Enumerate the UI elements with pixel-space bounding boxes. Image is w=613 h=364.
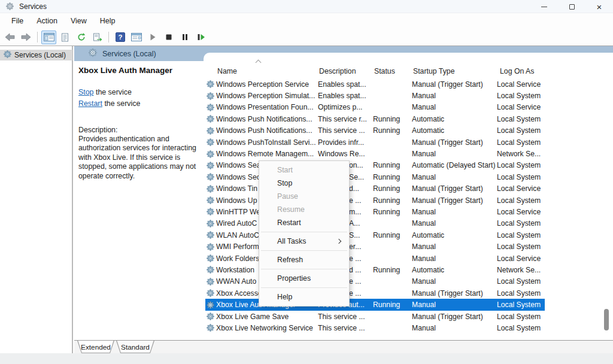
service-gear-icon (207, 278, 214, 286)
console-tree-pane: Services (Local) (0, 46, 73, 353)
stop-service-button[interactable] (161, 31, 176, 44)
menu-item-stop[interactable]: Stop (259, 177, 349, 190)
description-label: Description: (78, 126, 117, 134)
service-name: Windows Push Notifications... (216, 126, 318, 135)
table-row[interactable]: Windows Up e ... Running Manual (Trigger… (205, 195, 545, 206)
stop-service-link[interactable]: Stop (78, 88, 94, 96)
menu-action[interactable]: Action (30, 15, 64, 27)
table-row[interactable]: Windows Sec Se... Running Manual Local S… (205, 171, 545, 183)
column-header-description[interactable]: Description (319, 67, 356, 75)
table-row[interactable]: Windows Sea on... Running Automatic (Del… (205, 160, 545, 171)
tab-standard[interactable]: Standard (116, 341, 154, 353)
service-log-on-as: Local System (497, 231, 545, 239)
service-icon-slot (205, 266, 216, 274)
table-row[interactable]: WinHTTP We m... Running Manual Local Ser… (205, 206, 545, 217)
table-row[interactable]: Windows PushToInstall Servi... Provides … (205, 136, 545, 148)
service-description-text: Provides authentication and authorizatio… (78, 135, 207, 181)
menu-item-properties[interactable]: Properties (259, 272, 349, 285)
service-name: Windows Perception Service (216, 80, 318, 89)
window-maximize-button[interactable] (558, 0, 585, 13)
table-row[interactable]: Windows Presentation Foun... Optimizes p… (205, 102, 545, 113)
refresh-button[interactable] (74, 31, 89, 44)
menu-file[interactable]: File (5, 15, 30, 27)
window-close-button[interactable]: × (585, 0, 613, 13)
table-row[interactable]: Xbox Accesso e ... Manual (Trigger Start… (205, 287, 545, 299)
window-minimize-button[interactable] (530, 0, 558, 13)
service-name: Windows Remote Managem... (216, 150, 318, 158)
service-description: Enables spat... (318, 92, 373, 100)
menu-item-label: Help (277, 293, 292, 301)
extended-view-button[interactable] (129, 31, 144, 44)
menu-item-label: Start (277, 166, 293, 174)
services-gear-icon (4, 50, 11, 60)
table-row[interactable]: Windows Push Notifications... This servi… (205, 125, 545, 136)
export-list-button[interactable] (90, 31, 105, 44)
table-row[interactable]: Workstation d ... Running Automatic Netw… (205, 264, 545, 275)
restart-service-link[interactable]: Restart (78, 99, 102, 108)
service-name: Windows Perception Simulat... (216, 92, 318, 100)
service-startup-type: Automatic (412, 231, 497, 239)
service-startup-type: Manual (412, 254, 497, 263)
service-status: Running (373, 184, 412, 193)
table-row[interactable]: WWAN Auto e ... Manual Local System (205, 276, 545, 287)
table-row[interactable]: Xbox Live Auth Manager Provides aut... R… (205, 299, 545, 310)
close-icon: × (597, 2, 602, 11)
column-header-startup-type[interactable]: Startup Type (413, 67, 455, 75)
view-tab-strip: Extended Standard (74, 340, 613, 353)
service-gear-icon (207, 324, 214, 332)
service-startup-type: Manual (412, 103, 497, 111)
service-log-on-as: Local Service (497, 254, 545, 263)
table-row[interactable]: WLAN AutoC S... Running Automatic Local … (205, 229, 545, 241)
service-gear-icon (207, 115, 214, 123)
service-icon-slot (205, 80, 216, 88)
column-header-name[interactable]: Name (217, 67, 237, 75)
forward-button[interactable] (19, 31, 34, 44)
service-gear-icon (207, 150, 214, 158)
service-description: Optimizes p... (318, 103, 373, 111)
table-row[interactable]: Windows Remote Managem... Windows Re... … (205, 148, 545, 159)
service-log-on-as: Local Service (497, 103, 545, 111)
table-row[interactable]: Wired AutoC A... Manual Local System (205, 218, 545, 229)
table-row[interactable]: Windows Perception Service Enables spat.… (205, 78, 545, 90)
refresh-icon (77, 32, 86, 42)
back-button[interactable] (2, 31, 17, 44)
table-row[interactable]: WMI Perform er... Manual Local System (205, 241, 545, 252)
back-icon (5, 33, 15, 41)
properties-sheet-button[interactable] (57, 31, 72, 44)
minimize-icon (541, 7, 547, 7)
table-row[interactable]: Windows Push Notifications... This servi… (205, 113, 545, 125)
tree-item-services-local[interactable]: Services (Local) (0, 50, 72, 60)
pause-service-button[interactable] (177, 31, 192, 44)
service-startup-type: Manual (412, 173, 497, 181)
properties-sheet-icon (60, 33, 69, 42)
service-gear-icon (207, 92, 214, 100)
menu-item-all-tasks[interactable]: All Tasks (259, 235, 349, 248)
toolbar-separator (37, 32, 38, 43)
column-header-log-on-as[interactable]: Log On As (500, 67, 534, 75)
service-icon-slot (205, 196, 216, 204)
start-service-button[interactable] (145, 31, 160, 44)
menu-item-restart[interactable]: Restart (259, 216, 349, 229)
column-header-status[interactable]: Status (374, 67, 395, 75)
menu-item-refresh[interactable]: Refresh (259, 253, 349, 266)
context-menu: Start Stop Pause Resume Restart All Task… (259, 160, 350, 307)
menu-help[interactable]: Help (93, 15, 122, 27)
table-row[interactable]: Xbox Live Game Save This service ... Man… (205, 311, 545, 322)
restart-service-button[interactable] (193, 31, 208, 44)
service-name: Windows Push Notifications... (216, 115, 318, 123)
service-icon-slot (205, 254, 216, 262)
vertical-scrollbar-thumb[interactable] (604, 309, 609, 330)
table-row[interactable]: Work Folders e ... Manual Local Service (205, 253, 545, 264)
menu-view[interactable]: View (64, 15, 93, 27)
tab-extended[interactable]: Extended (77, 341, 114, 353)
menu-item-label: Pause (277, 192, 298, 201)
help-button[interactable]: ? (113, 31, 128, 44)
show-console-tree-button[interactable] (41, 31, 56, 44)
table-row[interactable]: Xbox Live Networking Service This servic… (205, 322, 545, 333)
table-row[interactable]: Windows Perception Simulat... Enables sp… (205, 90, 545, 101)
menu-item-help[interactable]: Help (259, 290, 349, 304)
table-row[interactable]: Windows Tin d... Running Manual (Trigger… (205, 183, 545, 195)
service-gear-icon (207, 104, 214, 111)
tree-item-label: Services (Local) (14, 51, 66, 59)
menu-item-resume: Resume (259, 203, 349, 216)
